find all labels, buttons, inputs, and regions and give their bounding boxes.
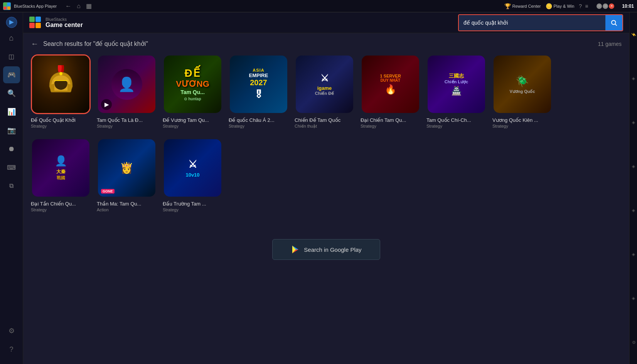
game-category-1: Strategy: [31, 124, 91, 128]
game-name-1: Đế Quốc Quật Khởi: [31, 117, 91, 123]
topbar-left: BlueStacks Game center: [29, 17, 83, 29]
google-play-button[interactable]: Search in Google Play: [272, 239, 380, 260]
game-thumb-10: 👸 GONE: [98, 139, 155, 197]
window-controls: − □ ✕: [597, 3, 614, 9]
titlebar-right: 🏆 Reward Center 🪙 Play & Win ? ≡ − □ ✕ 1…: [504, 3, 634, 9]
right-icon-5[interactable]: ◈: [631, 209, 636, 212]
game-thumb-wrap-6: 1 SERVER DUY NHẤT 🔥: [361, 54, 420, 114]
play-win-label: Play & Win: [554, 4, 575, 8]
google-play-label: Search in Google Play: [304, 246, 361, 253]
sidebar-item-gamecenter[interactable]: 🎮: [3, 66, 20, 83]
play-win-button[interactable]: 🪙 Play & Win: [546, 3, 575, 9]
svg-rect-3: [7, 7, 10, 10]
topbar: BlueStacks Game center: [23, 12, 629, 33]
games-row-1: Đế Quốc Quật Khởi Strategy 👤 ▶: [31, 54, 622, 129]
app-title-text: BlueStacks App Player: [14, 4, 57, 8]
right-icon-2[interactable]: ◈: [631, 77, 636, 80]
search-button[interactable]: [605, 15, 622, 30]
game-thumb-wrap-1: [31, 54, 91, 114]
reward-center-button[interactable]: 🏆 Reward Center: [504, 3, 541, 9]
svg-rect-2: [3, 7, 7, 10]
game-card-1[interactable]: Đế Quốc Quật Khởi Strategy: [31, 54, 91, 129]
sidebar-item-screenshot[interactable]: 📷: [3, 122, 20, 139]
multiwindow-nav-icon[interactable]: ▦: [84, 2, 93, 10]
sidebar-item-help[interactable]: ?: [3, 341, 20, 358]
sidebar-item-keymapping[interactable]: ⌨: [3, 159, 20, 176]
right-icon-3[interactable]: ◈: [631, 121, 636, 124]
game-category-5: Chiến thuật: [295, 124, 354, 129]
sidebar-item-home[interactable]: ⌂: [3, 29, 20, 46]
sidebar-item-performance[interactable]: 📊: [3, 103, 20, 120]
right-icon-6[interactable]: ◈: [631, 253, 636, 256]
home-nav-icon[interactable]: ⌂: [75, 2, 82, 10]
sidebar-item-instance[interactable]: ⧉: [3, 177, 20, 194]
page-title: Game center: [46, 22, 83, 29]
game-category-9: Strategy: [31, 207, 91, 212]
maximize-button[interactable]: □: [603, 3, 608, 9]
menu-lines-icon[interactable]: ≡: [585, 3, 588, 9]
game-card-2[interactable]: 👤 ▶ Tam Quốc Ta Là Đ... Strategy: [97, 54, 157, 129]
back-button[interactable]: ←: [31, 39, 39, 48]
right-icon-4[interactable]: ◈: [631, 165, 636, 168]
bluestacks-app-icon: [29, 17, 42, 29]
game-card-10[interactable]: 👸 GONE Thần Ma: Tam Qu... Action: [97, 138, 157, 212]
game-name-8: Vương Quốc Kiên ...: [492, 117, 552, 123]
game-thumb-9: 👤 大秦 戰國: [32, 139, 89, 197]
game-category-6: Strategy: [361, 124, 420, 128]
sidebar-item-recent[interactable]: ◫: [3, 48, 20, 65]
sidebar-item-settings[interactable]: ⚙: [3, 322, 20, 339]
game-name-4: Đế quốc Châu Á 2...: [229, 117, 288, 123]
title-bar: BlueStacks App Player ← ⌂ ▦ 🏆 Reward Cen…: [0, 0, 637, 12]
sidebar: ⌂ ◫ 🎮 🔍 📊 📷 ⏺ ⌨ ⧉ ⚙ ?: [0, 12, 23, 364]
help-icon[interactable]: ?: [579, 3, 582, 9]
right-sidebar: ⚡ ◈ ◈ ◈ ◈ ◈ ◈ ⚙: [629, 12, 637, 364]
game-thumb-wrap-3: ĐẾ VƯƠNG Tam Qu... ⊙ huntap: [163, 54, 222, 114]
game-category-4: Strategy: [229, 124, 288, 128]
google-play-logo: [291, 245, 300, 254]
game-category-7: Strategy: [426, 124, 486, 128]
svg-rect-0: [3, 3, 7, 6]
back-nav-icon[interactable]: ←: [64, 2, 73, 10]
titlebar-nav: ← ⌂ ▦: [64, 2, 93, 10]
main-content: BlueStacks Game center ← Search results …: [23, 12, 629, 364]
game-card-8[interactable]: 🪲 Vương Quốc Vương Quốc Kiên ... Strateg…: [492, 54, 552, 129]
minimize-button[interactable]: −: [597, 3, 602, 9]
game-thumb-wrap-9: 👤 大秦 戰國: [31, 138, 91, 198]
search-input[interactable]: [459, 15, 605, 30]
game-card-5[interactable]: ⚔ igame Chiến Đế Chiến Đế Tam Quốc Chiến…: [295, 54, 354, 129]
svg-rect-1: [7, 3, 10, 6]
game-thumb-wrap-4: ASIA EMPIRE 2027 🎖: [229, 54, 288, 114]
game-category-3: Strategy: [163, 124, 222, 128]
titlebar-left: BlueStacks App Player ← ⌂ ▦: [3, 2, 93, 10]
game-thumb-wrap-5: ⚔ igame Chiến Đế: [295, 54, 354, 114]
game-card-9[interactable]: 👤 大秦 戰國 Đại Tần Chiến Qu... Strategy: [31, 138, 91, 212]
game-card-6[interactable]: 1 SERVER DUY NHẤT 🔥 Đại Chiến Tam Qu... …: [361, 54, 420, 129]
close-button[interactable]: ✕: [609, 3, 614, 9]
sidebar-item-macro[interactable]: ⏺: [3, 140, 20, 157]
game-category-2: Strategy: [97, 124, 157, 128]
game-card-7[interactable]: 三國志 Chiến Lược 🏯 Tam Quốc Chí-Ch... Stra…: [426, 54, 486, 129]
sidebar-bottom: ⚙ ?: [3, 322, 20, 361]
right-icon-8[interactable]: ⚙: [631, 340, 636, 344]
search-bar[interactable]: [458, 14, 623, 31]
game-card-4[interactable]: ASIA EMPIRE 2027 🎖 Đế quốc Châu Á 2... S…: [229, 54, 288, 129]
games-grid: Đế Quốc Quật Khởi Strategy 👤 ▶: [31, 54, 622, 212]
game-thumb-11: ⚔ 10v10: [164, 139, 221, 197]
results-header: ← Search results for "đế quốc quật khởi"…: [31, 39, 622, 48]
game-name-11: Đấu Trường Tam ...: [163, 201, 222, 207]
bluestacks-label: BlueStacks: [46, 17, 83, 22]
right-icon-1[interactable]: ⚡: [631, 32, 636, 37]
right-icon-7[interactable]: ◈: [631, 297, 636, 300]
game-name-7: Tam Quốc Chí-Ch...: [426, 117, 486, 123]
reward-icon: 🏆: [504, 3, 511, 9]
bluestacks-icon: [5, 15, 19, 29]
app-name: BlueStacks App Player: [14, 4, 57, 8]
titlebar-icons: ? ≡: [579, 3, 588, 9]
results-title: Search results for "đế quốc quật khởi": [43, 40, 148, 47]
clock: 10:01: [622, 3, 634, 9]
game-card-11[interactable]: ⚔ 10v10 Đấu Trường Tam ... Strategy: [163, 138, 222, 212]
game-thumb-7: 三國志 Chiến Lược 🏯: [428, 56, 485, 113]
game-category-10: Action: [97, 207, 157, 212]
game-card-3[interactable]: ĐẾ VƯƠNG Tam Qu... ⊙ huntap Đế Vương Tam…: [163, 54, 222, 129]
sidebar-item-search[interactable]: 🔍: [3, 85, 20, 102]
